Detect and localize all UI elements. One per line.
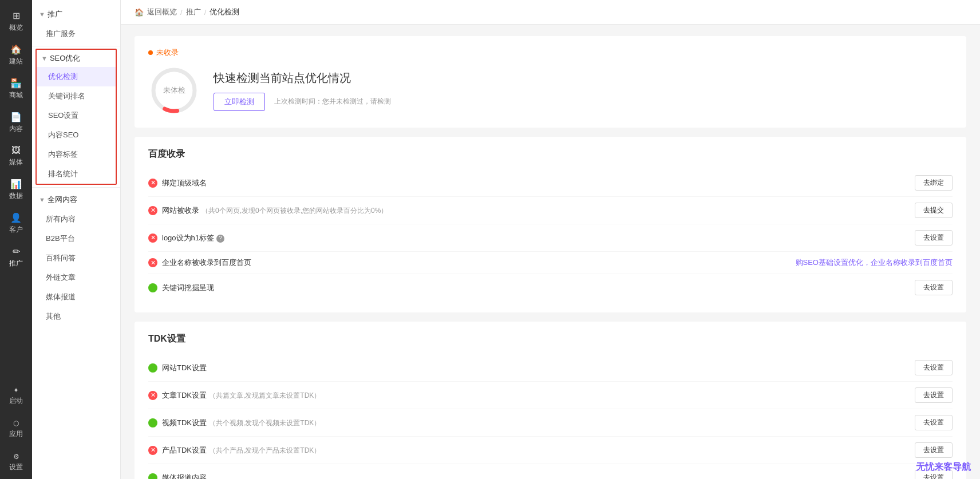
action-btn-site-tdk[interactable]: 去设置 xyxy=(915,360,953,375)
check-label-video-tdk: 视频TDK设置（共个视频,发现个视频未设置TDK） xyxy=(162,418,910,428)
icon-build: 🏠 xyxy=(10,44,22,55)
icon-shop: 🏪 xyxy=(10,78,22,89)
check-sub-site-indexed: （共0个网页,发现0个网页被收录,您的网站收录百分比为0%） xyxy=(201,207,388,215)
uncollected-badge: 未收录 xyxy=(148,47,953,58)
check-sub-article-tdk: （共篇文章,发现篇文章未设置TDK） xyxy=(209,391,321,399)
check-sub-video-tdk: （共个视频,发现个视频未设置TDK） xyxy=(209,419,321,427)
sidebar-item-external-article[interactable]: 外链文章 xyxy=(32,268,120,287)
label-shop: 商城 xyxy=(9,90,23,100)
sidebar-item-b2b[interactable]: B2B平台 xyxy=(32,229,120,248)
sidebar-left-build[interactable]: 🏠建站 xyxy=(7,38,25,72)
label-content: 内容 xyxy=(9,124,23,134)
sidebar-item-rank-stats[interactable]: 排名统计 xyxy=(37,164,116,184)
label-media: 媒体 xyxy=(9,157,23,167)
check-row-company-baidu: ✕企业名称被收录到百度首页购SEO基础设置优化，企业名称收录到百度首页 xyxy=(148,252,953,274)
promote-group-label: 推广 xyxy=(48,9,62,19)
sidebar-bottom-start[interactable]: ✦启动 xyxy=(0,379,32,413)
sidebar-seo-group[interactable]: ▼ SEO优化 xyxy=(37,50,116,67)
sidebar-left-promote[interactable]: ✏推广 xyxy=(7,240,25,274)
label-overview: 概览 xyxy=(9,23,23,33)
icon-app: ⬡ xyxy=(13,419,19,427)
action-btn-article-tdk[interactable]: 去设置 xyxy=(915,387,953,403)
action-btn-product-tdk[interactable]: 去设置 xyxy=(915,442,953,458)
icon-overview: ⊞ xyxy=(13,10,20,21)
sidebar-promote-group[interactable]: ▼ 推广 xyxy=(32,5,120,24)
tdk-section: TDK设置 网站TDK设置去设置✕文章TDK设置（共篇文章,发现篇文章未设置TD… xyxy=(135,322,966,479)
check-row-media-content: 媒体报道内容去设置 xyxy=(148,464,953,479)
error-icon-site-indexed: ✕ xyxy=(148,206,157,215)
sidebar-left-overview[interactable]: ⊞概览 xyxy=(7,5,25,38)
sidebar-left-shop[interactable]: 🏪商城 xyxy=(7,72,25,106)
icon-promote: ✏ xyxy=(13,246,20,257)
check-row-article-tdk: ✕文章TDK设置（共篇文章,发现篇文章未设置TDK）去设置 xyxy=(148,382,953,409)
sidebar-item-media-report[interactable]: 媒体报道 xyxy=(32,287,120,307)
sidebar-item-baike[interactable]: 百科问答 xyxy=(32,248,120,268)
detect-card-body: 未体检 快速检测当前站点优化情况 立即检测 上次检测时间：您并未检测过，请检测 xyxy=(148,65,953,116)
sidebar-item-content-seo[interactable]: 内容SEO xyxy=(37,125,116,145)
breadcrumb-promote[interactable]: 推广 xyxy=(186,7,201,17)
check-row-bind-domain: ✕绑定顶级域名去绑定 xyxy=(148,169,953,197)
check-label-media-content: 媒体报道内容 xyxy=(162,473,910,480)
error-icon-article-tdk: ✕ xyxy=(148,391,157,400)
link-action-company-baidu[interactable]: 购SEO基础设置优化，企业名称收录到百度首页 xyxy=(796,258,953,268)
sidebar-item-promote-service[interactable]: 推广服务 xyxy=(32,24,120,43)
check-row-site-indexed: ✕网站被收录（共0个网页,发现0个网页被收录,您的网站收录百分比为0%）去提交 xyxy=(148,197,953,224)
content-area: 未收录 未体检 快速检测当前站点优化情况 立即检测 上次检测时间：您并未检测过，… xyxy=(121,25,980,479)
sidebar-left: ⊞概览🏠建站🏪商城📄内容🖼媒体📊数据👤客户✏推广 ✦启动⬡应用⚙设置 xyxy=(0,0,32,479)
detect-time: 上次检测时间：您并未检测过，请检测 xyxy=(274,97,391,106)
sidebar-content-group[interactable]: ▼ 全网内容 xyxy=(32,190,120,209)
check-row-logo-h1: ✕logo设为h1标签?去设置 xyxy=(148,224,953,252)
sidebar-item-keyword-rank[interactable]: 关键词排名 xyxy=(37,86,116,106)
baidu-section: 百度收录 ✕绑定顶级域名去绑定✕网站被收录（共0个网页,发现0个网页被收录,您的… xyxy=(135,137,966,312)
sidebar-left-data[interactable]: 📊数据 xyxy=(7,173,25,207)
breadcrumb-back[interactable]: 返回概览 xyxy=(147,7,177,17)
help-icon-logo-h1[interactable]: ? xyxy=(216,235,224,243)
seo-group-label: SEO优化 xyxy=(50,53,80,64)
action-btn-media-content[interactable]: 去设置 xyxy=(915,470,953,479)
check-label-product-tdk: 产品TDK设置（共个产品,发现个产品未设置TDK） xyxy=(162,445,910,456)
label-customer: 客户 xyxy=(9,225,23,235)
sidebar-left-content[interactable]: 📄内容 xyxy=(7,106,25,140)
sep2: / xyxy=(204,8,207,17)
sidebar-item-seo-settings[interactable]: SEO设置 xyxy=(37,106,116,125)
check-label-company-baidu: 企业名称被收录到百度首页 xyxy=(162,258,791,268)
check-label-keyword-mining: 关键词挖掘呈现 xyxy=(162,283,910,293)
check-row-site-tdk: 网站TDK设置去设置 xyxy=(148,354,953,382)
sidebar-item-all-content[interactable]: 所有内容 xyxy=(32,209,120,229)
check-label-logo-h1: logo设为h1标签? xyxy=(162,233,910,243)
sidebar-item-content-tags[interactable]: 内容标签 xyxy=(37,145,116,164)
error-icon-company-baidu: ✕ xyxy=(148,258,157,267)
check-label-site-indexed: 网站被收录（共0个网页,发现0个网页被收录,您的网站收录百分比为0%） xyxy=(162,205,910,216)
detect-info: 快速检测当前站点优化情况 立即检测 上次检测时间：您并未检测过，请检测 xyxy=(214,70,953,111)
check-row-product-tdk: ✕产品TDK设置（共个产品,发现个产品未设置TDK）去设置 xyxy=(148,437,953,464)
sidebar-left-customer[interactable]: 👤客户 xyxy=(7,207,25,240)
label-settings: 设置 xyxy=(9,462,23,472)
arrow-icon-seo: ▼ xyxy=(41,55,48,62)
sidebar-bottom-app[interactable]: ⬡应用 xyxy=(0,413,32,446)
main-area: 🏠 返回概览 / 推广 / 优化检测 未收录 未体检 xyxy=(121,0,980,479)
action-btn-site-indexed[interactable]: 去提交 xyxy=(915,203,953,218)
sidebar-item-other[interactable]: 其他 xyxy=(32,307,120,326)
tdk-title: TDK设置 xyxy=(148,333,953,345)
baidu-title: 百度收录 xyxy=(148,148,953,160)
gauge-circle: 未体检 xyxy=(148,65,200,116)
ok-icon-video-tdk xyxy=(148,418,157,427)
home-icon: 🏠 xyxy=(135,8,144,17)
check-label-bind-domain: 绑定顶级域名 xyxy=(162,178,910,188)
uncollected-label: 未收录 xyxy=(156,47,179,58)
error-icon-bind-domain: ✕ xyxy=(148,179,157,188)
content-group-label: 全网内容 xyxy=(48,195,77,205)
action-btn-video-tdk[interactable]: 去设置 xyxy=(915,415,953,430)
action-btn-logo-h1[interactable]: 去设置 xyxy=(915,230,953,246)
sidebar-item-optimize-check[interactable]: 优化检测 xyxy=(37,67,116,86)
detect-actions: 立即检测 上次检测时间：您并未检测过，请检测 xyxy=(214,93,953,111)
sidebar-bottom-settings[interactable]: ⚙设置 xyxy=(0,446,32,479)
detect-button[interactable]: 立即检测 xyxy=(214,93,265,111)
check-row-keyword-mining: 关键词挖掘呈现去设置 xyxy=(148,274,953,301)
sidebar-left-media[interactable]: 🖼媒体 xyxy=(7,140,25,173)
action-btn-bind-domain[interactable]: 去绑定 xyxy=(915,175,953,191)
action-btn-keyword-mining[interactable]: 去设置 xyxy=(915,280,953,295)
arrow-icon: ▼ xyxy=(39,11,45,18)
label-start: 启动 xyxy=(9,396,23,406)
icon-media: 🖼 xyxy=(11,145,21,156)
